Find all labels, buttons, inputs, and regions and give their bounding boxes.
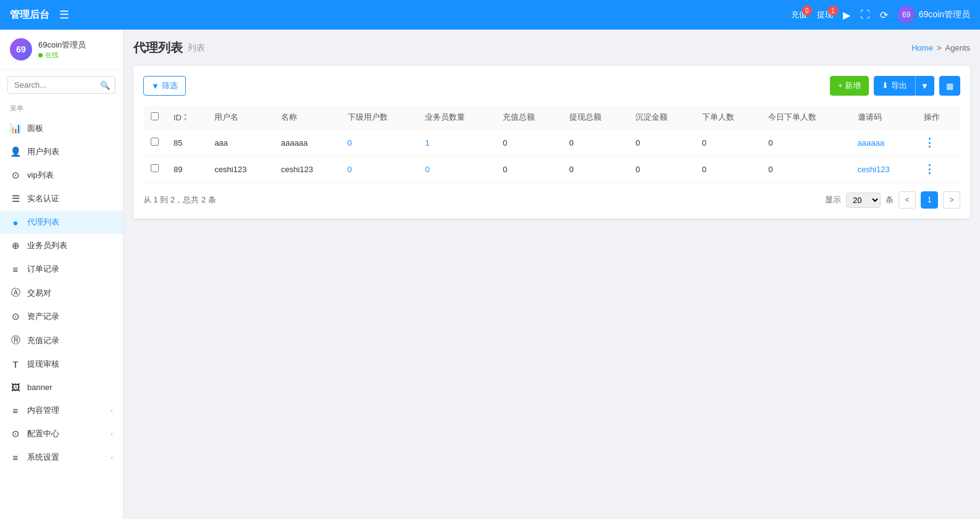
new-button[interactable]: + 新增 [830,76,869,96]
menu-toggle-icon[interactable]: ☰ [59,8,69,22]
sidebar-item-recharge[interactable]: Ⓡ 充值记录 [0,328,123,352]
sidebar-item-config[interactable]: ⊙ 配置中心 ‹ [0,422,123,446]
row-checkbox-1[interactable] [151,164,159,172]
recharge-action[interactable]: 充值 0 [791,9,807,20]
cell-salesman-1: 0 [417,156,495,183]
cell-sub-users-0: 0 [340,130,418,156]
prev-page-button[interactable]: < [898,191,916,209]
cell-action-1: ⋮ [916,156,960,183]
display-label: 显示 [825,194,841,206]
recharge-icon: Ⓡ [10,334,21,346]
export-dropdown-button[interactable]: ▼ [915,76,934,96]
col-id: ID ▲▼ [166,106,207,130]
vip-icon: ⊙ [10,170,21,181]
page-header: 代理列表 列表 Home > Agents [133,39,970,56]
sidebar-item-content[interactable]: ≡ 内容管理 ‹ [0,399,123,422]
cell-id-1: 89 [166,156,207,183]
sidebar-avatar: 69 [10,38,32,60]
config-icon: ⊙ [10,428,21,439]
table-row: 85 aaa aaaaaa 0 1 0 0 0 0 0 aaaaaa ⋮ [143,130,960,156]
breadcrumb-home[interactable]: Home [911,43,933,52]
sidebar-item-system[interactable]: ≡ 系统设置 ‹ [0,446,123,469]
cell-name-1: ceshi123 [274,156,340,183]
sidebar-item-users[interactable]: 👤 用户列表 [0,140,123,164]
sidebar-item-dashboard[interactable]: 📊 面板 [0,117,123,140]
cell-sub-users-1: 0 [340,156,418,183]
sidebar-item-orders[interactable]: ≡ 订单记录 [0,257,123,281]
search-input[interactable] [7,76,115,94]
action-dots-1[interactable]: ⋮ [924,162,953,176]
agents-table: ID ▲▼ 用户名 名称 下级用户数 业务员数量 充值总额 提现总额 沉淀金额 … [143,106,960,183]
sidebar-username: 69coin管理员 [38,39,86,51]
play-icon[interactable]: ▶ [843,9,850,21]
next-page-button[interactable]: > [943,191,960,209]
sidebar-item-banner[interactable]: 🖼 banner [0,376,123,399]
table-row: 89 ceshi123 ceshi123 0 0 0 0 0 0 0 ceshi… [143,156,960,183]
main-card: ▼ 筛选 + 新增 ⬇ 导出 ▼ ▦ [133,66,970,218]
sidebar-item-assets[interactable]: ⊙ 资产记录 [0,305,123,328]
cell-deposit-0: 0 [628,130,695,156]
cell-order-users-1: 0 [695,156,761,183]
expand-icon[interactable]: ⛶ [860,9,870,20]
sidebar-section-label: 菜单 [0,100,123,117]
select-all-checkbox[interactable] [151,112,159,120]
cell-today-order-0: 0 [761,130,850,156]
page-subtitle: 列表 [188,43,205,54]
config-arrow: ‹ [111,430,113,438]
sort-id[interactable]: ID ▲▼ [174,112,188,122]
recharge-badge: 0 [802,6,812,15]
export-group: ⬇ 导出 ▼ [874,76,934,96]
sidebar-item-trades[interactable]: Ⓐ 交易对 [0,281,123,305]
col-invite-code: 邀请码 [850,106,917,130]
sidebar-item-salesman[interactable]: ⊕ 业务员列表 [0,234,123,257]
cell-username-0: aaa [207,130,274,156]
grid-view-button[interactable]: ▦ [939,76,960,96]
page-size-select[interactable]: 20 10 50 100 [846,193,881,208]
cell-action-0: ⋮ [916,130,960,156]
sidebar-status: 在线 [38,51,86,60]
col-salesman: 业务员数量 [417,106,495,130]
export-button[interactable]: ⬇ 导出 [874,76,915,96]
header-username: 69coin管理员 [919,9,970,20]
app-title: 管理后台 [10,9,49,22]
refresh-icon[interactable]: ⟳ [880,9,888,21]
page-title: 代理列表 [133,39,183,56]
user-menu[interactable]: 69 69coin管理员 [898,6,970,23]
cell-recharge-0: 0 [495,130,562,156]
assets-icon: ⊙ [10,311,21,322]
col-sub-users: 下级用户数 [340,106,418,130]
orders-icon: ≡ [10,264,21,275]
action-dots-0[interactable]: ⋮ [924,136,953,149]
dashboard-icon: 📊 [10,123,21,134]
sidebar: 69 69coin管理员 在线 🔍 菜单 📊 面板 👤 用户列表 ⊙ vip列表 [0,30,124,519]
cell-recharge-1: 0 [495,156,562,183]
sidebar-item-agents[interactable]: ● 代理列表 [0,210,123,234]
sidebar-item-withdraw[interactable]: T 提现审核 [0,352,123,376]
main-content: 代理列表 列表 Home > Agents ▼ 筛选 [124,30,980,519]
col-recharge: 充值总额 [495,106,562,130]
pagination-bar: 从 1 到 2，总共 2 条 显示 20 10 50 100 条 < 1 > [143,191,960,209]
sidebar-item-realname[interactable]: ☰ 实名认证 [0,187,123,210]
users-icon: 👤 [10,146,21,157]
page-1-button[interactable]: 1 [921,191,938,209]
search-button[interactable]: 🔍 [100,80,111,89]
system-arrow: ‹ [111,454,113,461]
filter-button[interactable]: ▼ 筛选 [143,76,186,96]
sidebar-item-vip[interactable]: ⊙ vip列表 [0,164,123,187]
trades-icon: Ⓐ [10,287,21,299]
withdraw-action[interactable]: 提现 1 [817,9,833,20]
breadcrumb-sep: > [937,43,942,52]
col-username: 用户名 [207,106,274,130]
cell-invite-code-1: ceshi123 [850,156,917,183]
cell-order-users-0: 0 [695,130,761,156]
content-icon: ≡ [10,405,21,416]
filter-icon: ▼ [151,81,159,91]
cell-withdraw-0: 0 [562,130,629,156]
col-action: 操作 [916,106,960,130]
withdraw-icon: T [10,359,21,370]
cell-salesman-0: 1 [417,130,495,156]
row-checkbox-0[interactable] [151,138,159,146]
col-deposit: 沉淀金额 [628,106,695,130]
breadcrumb: Home > Agents [911,43,970,52]
toolbar: ▼ 筛选 + 新增 ⬇ 导出 ▼ ▦ [143,76,960,96]
